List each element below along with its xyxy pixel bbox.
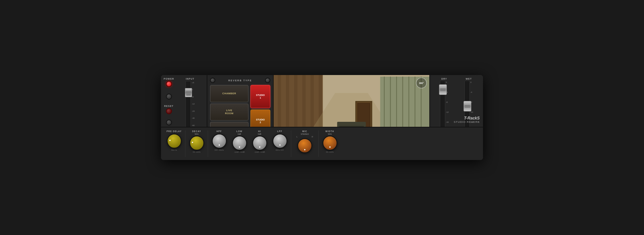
traks-logo: T-RackS STUDIO REVERB	[454, 116, 480, 123]
badge-360[interactable]: 360°	[416, 78, 427, 88]
param-low: LOW 0dB -12dB +12dB	[230, 130, 248, 153]
studio1-button[interactable]: STUDIO1	[250, 85, 270, 108]
pre-delay-knob[interactable]	[167, 134, 182, 148]
hi-knob[interactable]	[252, 136, 267, 150]
reverb-type-label: REVERB TYPE	[215, 79, 265, 82]
divider-1	[185, 130, 186, 157]
decay-knob[interactable]	[189, 136, 204, 150]
power-label: POWER	[164, 78, 174, 80]
param-lpf: LPF 40Hz OFF	[271, 130, 289, 151]
reset-knob[interactable]	[166, 119, 172, 125]
power-knob[interactable]	[166, 94, 172, 100]
reset-led[interactable]	[166, 108, 172, 114]
param-decay: DECAY 50% 0% 100%	[188, 130, 206, 153]
power-column: POWER RESET	[164, 78, 174, 125]
divider-2	[208, 130, 208, 157]
reverb-btn-chamber[interactable]: CHAMBER	[210, 85, 248, 102]
low-knob[interactable]	[232, 136, 247, 150]
plugin-frame: POWER RESET INPUT	[161, 75, 483, 160]
param-pre-delay: PRE DELAY 0ms 1s	[165, 130, 183, 151]
input-label: INPUT	[186, 78, 194, 80]
reset-label: RESET	[164, 105, 174, 107]
reverb-knob-right[interactable]	[265, 78, 270, 83]
dry-label: DRY	[441, 78, 447, 80]
param-mic: MIC STEREO L R	[293, 130, 316, 154]
dry-fader-handle[interactable]	[439, 84, 447, 95]
power-led[interactable]	[166, 81, 172, 87]
divider-4	[318, 130, 319, 157]
wet-fader-handle[interactable]	[463, 101, 471, 112]
input-fader-scale: +6 0 -6 -12 -24 -40 -60 -∞	[192, 81, 195, 134]
hpf-knob[interactable]	[212, 134, 227, 148]
param-width: WIDTH 50% 0% 100%	[321, 130, 339, 153]
reverb-header: REVERB TYPE	[210, 78, 270, 83]
mic-lr-row: L R	[296, 136, 313, 138]
bottom-panel: PRE DELAY 0ms 1s DECAY 50% 0% 100% HPF	[161, 127, 483, 160]
divider-3	[291, 130, 291, 157]
width-knob[interactable]	[323, 136, 337, 150]
mic-knob[interactable]	[297, 138, 312, 153]
input-fader-handle[interactable]	[185, 88, 192, 97]
input-fader-track	[186, 81, 191, 134]
lpf-knob[interactable]	[273, 134, 287, 148]
reverb-knob-left[interactable]	[210, 78, 215, 83]
wet-label: WET	[466, 78, 472, 80]
param-hi: HI 0dB -12dB +12dB	[250, 130, 269, 153]
param-hpf: HPF OFF 20kHz	[210, 130, 228, 151]
reverb-btn-live-room[interactable]: LIVEROOM	[210, 104, 248, 121]
